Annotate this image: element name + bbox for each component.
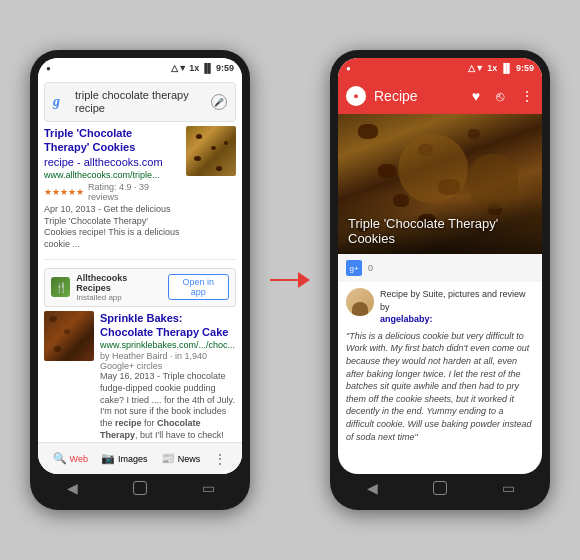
- recents-button-2[interactable]: ▭: [498, 478, 518, 498]
- recipe-app-logo: ●: [346, 86, 366, 106]
- status-left-2: ●: [346, 64, 351, 73]
- transition-arrow: [270, 272, 310, 288]
- signal-bars: ▐▌: [201, 63, 214, 73]
- result-2[interactable]: Sprinkle Bakes: Chocolate Therapy Cake w…: [44, 311, 236, 442]
- result-2-title[interactable]: Sprinkle Bakes: Chocolate Therapy Cake: [100, 311, 236, 340]
- star-rating: ★★★★★: [44, 187, 84, 197]
- app-icon: 🍴: [51, 277, 70, 297]
- phone-1: ● △▼ 1x ▐▌ 9:59 g triple chocolate thera…: [30, 50, 250, 510]
- search-results: Triple 'Chocolate Therapy' Cookies recip…: [38, 126, 242, 442]
- images-icon: 📷: [101, 452, 115, 465]
- time-display: 9:59: [216, 63, 234, 73]
- bottom-nav-bar: 🔍 Web 📷 Images 📰 News ⋮: [38, 442, 242, 474]
- review-header: Recipe by Suite, pictures and review by …: [346, 288, 534, 326]
- search-bar[interactable]: g triple chocolate therapy recipe 🎤: [44, 82, 236, 122]
- nav-news-label: News: [178, 454, 201, 464]
- recipe-hero-image: Triple 'Chocolate Therapy' Cookies: [338, 114, 542, 254]
- result-2-text: Sprinkle Bakes: Chocolate Therapy Cake w…: [100, 311, 236, 442]
- result-1-title[interactable]: Triple 'Chocolate Therapy' Cookies recip…: [44, 126, 180, 169]
- back-icon: ◀: [67, 480, 78, 496]
- google-plus-icon[interactable]: g+: [346, 260, 362, 276]
- cake-thumbnail: [44, 311, 94, 361]
- recipe-app-title: Recipe: [374, 88, 456, 104]
- status-right: △▼ 1x ▐▌ 9:59: [171, 63, 234, 73]
- home-button-2[interactable]: [430, 478, 450, 498]
- nav-more-button[interactable]: ⋮: [213, 451, 227, 467]
- date-text: Apr 10, 2013 -: [44, 204, 104, 214]
- recipe-by-label: Recipe by Suite, pictures and review by: [380, 289, 526, 312]
- app-info: Allthecooks Recipes Installed app: [76, 273, 161, 302]
- google-g-icon: g: [53, 94, 69, 110]
- home-icon-2: [433, 481, 447, 495]
- back-icon-2: ◀: [367, 480, 378, 496]
- reviewer-name: angelababy:: [380, 314, 433, 324]
- microphone-icon[interactable]: 🎤: [211, 94, 227, 110]
- nav-tab-images[interactable]: 📷 Images: [101, 452, 148, 465]
- cookie-shape: [398, 134, 468, 204]
- share-button[interactable]: ⎋: [496, 88, 504, 104]
- result-2-url: www.sprinklebakes.com/.../choc...: [100, 340, 236, 350]
- logo-symbol: ●: [353, 91, 358, 101]
- result-2-suffix: Cake: [199, 326, 228, 338]
- nav-tab-news[interactable]: 📰 News: [161, 452, 201, 465]
- app-sub: Installed app: [76, 293, 161, 302]
- status-right-2: △▼ 1x ▐▌ 9:59: [468, 63, 534, 73]
- review-section: Recipe by Suite, pictures and review by …: [338, 282, 542, 474]
- result-1-text: Triple 'Chocolate Therapy' Cookies recip…: [44, 126, 180, 251]
- nav-tab-web[interactable]: 🔍 Web: [53, 452, 88, 465]
- result-2-with-image: Sprinkle Bakes: Chocolate Therapy Cake w…: [44, 311, 236, 442]
- open-app-button[interactable]: Open in app: [168, 274, 229, 300]
- result-2-meta: by Heather Baird · in 1,940 Google+ circ…: [100, 351, 236, 371]
- recipe-app-bar: ● Recipe ♥ ⎋ ⋮: [338, 78, 542, 114]
- hardware-nav-2: ◀ ▭: [338, 474, 542, 502]
- result-1-with-image: Triple 'Chocolate Therapy' Cookies recip…: [44, 126, 236, 251]
- carrier-text: ●: [46, 64, 51, 73]
- result-1-meta: ★★★★★ Rating: 4.9 · 39 reviews: [44, 182, 180, 202]
- home-button[interactable]: [130, 478, 150, 498]
- news-icon: 📰: [161, 452, 175, 465]
- hardware-nav: ◀ ▭: [38, 474, 242, 502]
- result-1[interactable]: Triple 'Chocolate Therapy' Cookies recip…: [44, 126, 236, 260]
- phone-2: ● △▼ 1x ▐▌ 9:59 ● Recipe ♥ ⎋ ⋮: [330, 50, 550, 510]
- share-count: 0: [368, 263, 373, 273]
- web-icon: 🔍: [53, 452, 67, 465]
- result-1-snippet: Apr 10, 2013 - Get the delicious Triple …: [44, 204, 180, 251]
- date-2: May 16, 2013 -: [100, 371, 162, 381]
- recents-icon-2: ▭: [502, 480, 515, 496]
- recents-button[interactable]: ▭: [198, 478, 218, 498]
- reviewer-avatar: [346, 288, 374, 316]
- reviewer-info: Recipe by Suite, pictures and review by …: [380, 288, 534, 326]
- home-icon: [133, 481, 147, 495]
- result-2-snippet: May 16, 2013 - Triple chocolate fudge-di…: [100, 371, 236, 441]
- phone-1-screen: ● △▼ 1x ▐▌ 9:59 g triple chocolate thera…: [38, 58, 242, 474]
- wifi-icon: △▼: [171, 63, 187, 73]
- app-name: Allthecooks Recipes: [76, 273, 161, 293]
- recipe-image-title: Triple 'Chocolate Therapy' Cookies: [348, 216, 532, 246]
- wifi-icon-2: △▼: [468, 63, 484, 73]
- phone-2-screen: ● △▼ 1x ▐▌ 9:59 ● Recipe ♥ ⎋ ⋮: [338, 58, 542, 474]
- back-button-2[interactable]: ◀: [362, 478, 382, 498]
- result-1-url: www.allthecooks.com/triple...: [44, 170, 180, 180]
- rating-text: Rating: 4.9 · 39 reviews: [88, 182, 180, 202]
- status-bar-2: ● △▼ 1x ▐▌ 9:59: [338, 58, 542, 78]
- time-2: 9:59: [516, 63, 534, 73]
- more-button[interactable]: ⋮: [520, 88, 534, 104]
- share-bar: g+ 0: [338, 254, 542, 282]
- signal-icon: 1x: [189, 63, 199, 73]
- result-2-bold: Chocolate Therapy: [100, 326, 199, 338]
- status-left: ●: [46, 64, 51, 73]
- title-suffix: recipe - allthecooks.com: [44, 156, 163, 168]
- nav-images-label: Images: [118, 454, 148, 464]
- nav-web-label: Web: [70, 454, 88, 464]
- signal-2: 1x: [487, 63, 497, 73]
- result-2-site: Sprinkle Bakes:: [100, 312, 183, 324]
- search-query[interactable]: triple chocolate therapy recipe: [75, 89, 205, 115]
- bars-2: ▐▌: [500, 63, 513, 73]
- recents-icon: ▭: [202, 480, 215, 496]
- back-button[interactable]: ◀: [62, 478, 82, 498]
- app-banner[interactable]: 🍴 Allthecooks Recipes Installed app Open…: [44, 268, 236, 307]
- cookie-thumbnail: [186, 126, 236, 176]
- review-text: "This is a delicious cookie but very dif…: [346, 330, 534, 443]
- app-icon-symbol: 🍴: [55, 282, 67, 293]
- heart-button[interactable]: ♥: [472, 88, 480, 104]
